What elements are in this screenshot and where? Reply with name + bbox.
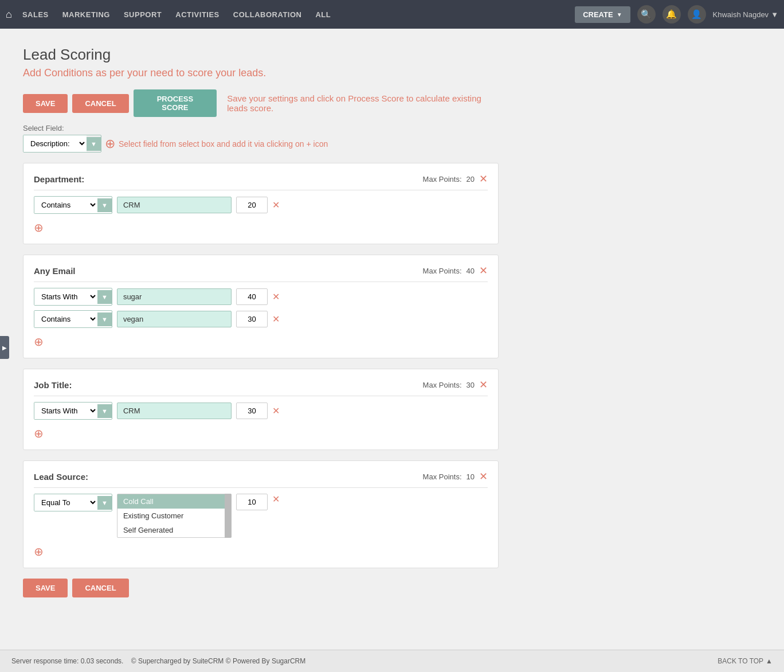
nav-sales[interactable]: SALES — [22, 10, 49, 19]
nav-right: CREATE ▼ 🔍 🔔 👤 Khwaish Nagdev ▼ — [575, 5, 778, 24]
cond-row-dept-1: Contains Starts With Equal To ▼ ✕ — [34, 196, 488, 214]
remove-card-department[interactable]: ✕ — [479, 173, 488, 185]
nav-activities[interactable]: ACTIVITIES — [175, 10, 219, 19]
create-button[interactable]: CREATE ▼ — [575, 6, 630, 23]
conditions-list: Department: Max Points: 20 ✕ Contains St… — [23, 163, 499, 568]
card-max-department: Max Points: 20 ✕ — [423, 173, 488, 185]
condition-card-leadsource: Lead Source: Max Points: 10 ✕ Equal To S… — [23, 460, 499, 568]
remove-row-dept-1[interactable]: ✕ — [272, 200, 280, 210]
card-max-leadsource: Max Points: 10 ✕ — [423, 470, 488, 483]
remove-card-leadsource[interactable]: ✕ — [479, 470, 488, 483]
operator-arrow-leadsource-1[interactable]: ▼ — [97, 496, 112, 510]
select-field-section: Select Field: Description: ▼ ⊕ Select fi… — [23, 124, 499, 153]
page-subtitle: Add Conditions as per your need to score… — [23, 67, 499, 79]
action-hint: Save your settings and click on Process … — [227, 93, 499, 113]
card-header-email: Any Email Max Points: 40 ✕ — [34, 264, 488, 282]
card-header-department: Department: Max Points: 20 ✕ — [34, 173, 488, 190]
value-email-2[interactable] — [117, 311, 232, 327]
operator-arrow-jobtitle-1[interactable]: ▼ — [97, 404, 112, 418]
nav-collaboration[interactable]: COLLABORATION — [233, 10, 302, 19]
value-jobtitle-1[interactable] — [117, 403, 232, 419]
max-points-label-leadsource: Max Points: — [423, 472, 462, 481]
action-buttons-bottom: SAVE CANCEL — [23, 579, 499, 597]
operator-arrow-email-2[interactable]: ▼ — [97, 312, 112, 326]
card-title-department: Department: — [34, 174, 84, 184]
search-icon[interactable]: 🔍 — [637, 5, 656, 24]
user-avatar[interactable]: 👤 — [688, 5, 706, 24]
nav-support[interactable]: SUPPORT — [124, 10, 162, 19]
home-icon[interactable]: ⌂ — [6, 9, 12, 21]
side-toggle[interactable]: ▶ — [0, 336, 9, 359]
condition-card-department: Department: Max Points: 20 ✕ Contains St… — [23, 163, 499, 244]
cancel-button-bottom[interactable]: CANCEL — [72, 579, 128, 597]
save-button-bottom[interactable]: SAVE — [23, 579, 68, 597]
operator-arrow-email-1[interactable]: ▼ — [97, 290, 112, 304]
save-button-top[interactable]: SAVE — [23, 94, 68, 113]
page-title: Lead Scoring — [23, 46, 499, 64]
points-dept-1[interactable] — [236, 197, 268, 213]
notifications-icon[interactable]: 🔔 — [663, 5, 681, 24]
remove-row-email-1[interactable]: ✕ — [272, 291, 280, 302]
remove-row-leadsource-1[interactable]: ✕ — [272, 494, 280, 505]
points-leadsource-1[interactable] — [236, 494, 268, 510]
field-select-dropdown[interactable]: Description: — [23, 135, 87, 152]
add-row-jobtitle[interactable]: ⊕ — [34, 427, 44, 440]
points-jobtitle-1[interactable] — [236, 403, 268, 419]
process-score-button[interactable]: PROCESS SCORE — [134, 89, 217, 117]
operator-select-jobtitle-1[interactable]: Starts With Contains Equal To — [34, 403, 97, 419]
card-title-leadsource: Lead Source: — [34, 472, 88, 482]
operator-dept-1: Contains Starts With Equal To ▼ — [34, 196, 112, 214]
page-header: Lead Scoring Add Conditions as per your … — [23, 46, 499, 79]
field-select-wrap: Description: ▼ ⊕ Select field from selec… — [23, 135, 499, 153]
remove-row-jobtitle-1[interactable]: ✕ — [272, 405, 280, 416]
operator-email-1: Starts With Contains Equal To ▼ — [34, 288, 112, 306]
remove-card-jobtitle[interactable]: ✕ — [479, 378, 488, 391]
user-info[interactable]: Khwaish Nagdev ▼ — [713, 10, 778, 19]
add-row-leadsource[interactable]: ⊕ — [34, 545, 44, 558]
add-field-button[interactable]: ⊕ — [105, 138, 115, 150]
server-time: Server response time: 0.03 seconds. — [11, 657, 123, 665]
points-email-2[interactable] — [236, 311, 268, 327]
user-dropdown-arrow: ▼ — [771, 10, 778, 19]
leadsource-option-selfgen[interactable]: Self Generated — [117, 523, 231, 537]
max-points-label-dept: Max Points: — [423, 175, 462, 183]
back-to-top[interactable]: BACK TO TOP ▲ — [718, 657, 773, 665]
max-points-label-jobtitle: Max Points: — [423, 381, 462, 389]
leadsource-dropdown-wrap: Cold Call Existing Customer Self Generat… — [117, 494, 232, 538]
operator-select-leadsource-1[interactable]: Equal To Starts With Contains — [34, 494, 97, 511]
card-max-email: Max Points: 40 ✕ — [423, 264, 488, 277]
back-to-top-arrow: ▲ — [766, 657, 773, 665]
main-content: Lead Scoring Add Conditions as per your … — [0, 29, 516, 649]
points-email-1[interactable] — [236, 288, 268, 305]
condition-card-email: Any Email Max Points: 40 ✕ Starts With C… — [23, 255, 499, 358]
card-header-leadsource: Lead Source: Max Points: 10 ✕ — [34, 470, 488, 488]
leadsource-option-existing[interactable]: Existing Customer — [117, 509, 231, 523]
value-dept-1[interactable] — [117, 197, 232, 213]
value-email-1[interactable] — [117, 288, 232, 305]
create-dropdown-arrow: ▼ — [617, 11, 622, 18]
select-hint-text: Select field from select box and add it … — [119, 139, 328, 149]
add-row-department[interactable]: ⊕ — [34, 221, 44, 235]
select-field-label: Select Field: — [23, 124, 499, 132]
cond-row-leadsource-1: Equal To Starts With Contains ▼ Cold Cal… — [34, 494, 488, 538]
max-points-value-jobtitle: 30 — [467, 381, 475, 389]
card-title-email: Any Email — [34, 266, 76, 276]
nav-marketing[interactable]: MARKETING — [62, 10, 110, 19]
action-buttons: SAVE CANCEL PROCESS SCORE Save your sett… — [23, 89, 499, 117]
nav-all[interactable]: ALL — [315, 10, 331, 19]
user-name: Khwaish Nagdev — [713, 10, 769, 19]
leadsource-option-coldcall[interactable]: Cold Call — [117, 494, 231, 509]
remove-row-email-2[interactable]: ✕ — [272, 314, 280, 325]
field-select-arrow[interactable]: ▼ — [87, 137, 101, 151]
add-row-email[interactable]: ⊕ — [34, 335, 44, 349]
max-points-label-email: Max Points: — [423, 267, 462, 275]
operator-arrow-dept-1[interactable]: ▼ — [97, 198, 112, 212]
operator-select-email-1[interactable]: Starts With Contains Equal To — [34, 288, 97, 305]
operator-select-dept-1[interactable]: Contains Starts With Equal To — [34, 197, 97, 213]
operator-select-email-2[interactable]: Contains Starts With Equal To — [34, 311, 97, 327]
card-max-jobtitle: Max Points: 30 ✕ — [423, 378, 488, 391]
operator-leadsource-1: Equal To Starts With Contains ▼ — [34, 494, 112, 511]
cancel-button-top[interactable]: CANCEL — [72, 94, 128, 113]
card-title-jobtitle: Job Title: — [34, 380, 72, 390]
remove-card-email[interactable]: ✕ — [479, 264, 488, 277]
